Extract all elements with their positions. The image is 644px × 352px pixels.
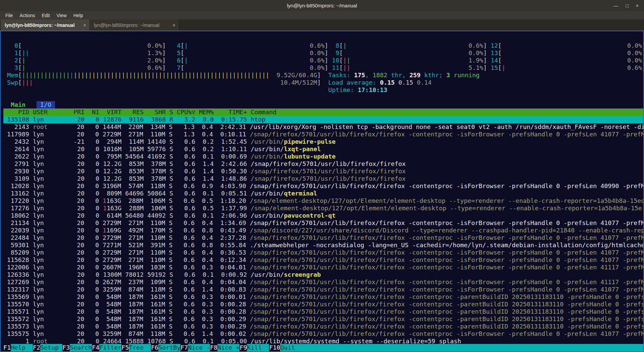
- meter-tick: |: [37, 72, 40, 79]
- process-row[interactable]: 126336lyn2001300M7801259192S0.60.10:00.9…: [3, 271, 643, 278]
- meter-tick: |: [22, 64, 25, 72]
- col-header-user[interactable]: USER: [29, 108, 70, 116]
- fkey-label-f6[interactable]: SortBy: [158, 344, 180, 351]
- maximize-button[interactable]: □: [626, 3, 628, 8]
- fkey-label-f5[interactable]: Tree: [129, 344, 151, 351]
- cell-pid: 132317: [3, 286, 29, 293]
- screen-tab-io[interactable]: I/O: [37, 101, 55, 108]
- col-header-time[interactable]: TIME+: [214, 108, 247, 116]
- process-row[interactable]: 115628lyn2002729M271M110MS0.60.40:12.34/…: [3, 256, 643, 264]
- col-header-command[interactable]: Command: [247, 108, 643, 116]
- meter-tick: |: [262, 72, 266, 79]
- cell-shr: 161M: [143, 308, 165, 315]
- fkey-f9[interactable]: F9: [239, 344, 247, 351]
- titlebar[interactable]: lyn@lyn-b850mprors: ~/manual — □ ×: [0, 0, 644, 11]
- process-row[interactable]: 17220lyn2001163G288M106MS0.60.51:18.20/s…: [3, 197, 643, 205]
- process-row[interactable]: 135571lyn200548M187M161MS0.60.30:00.28/s…: [3, 308, 643, 315]
- process-row[interactable]: 85209lyn2002729M271M110MS0.60.40:36.53/s…: [3, 249, 643, 256]
- fkey-label-f8[interactable]: Nice +: [217, 344, 239, 351]
- menu-item-view[interactable]: View: [53, 13, 70, 18]
- cell-cpu: 3.2: [173, 116, 195, 123]
- cpu-line-1: 0[0.0%]4[|0.6%]8[|0.6%]12[0.0%]: [3, 42, 643, 49]
- process-row[interactable]: 135573lyn200548M187M161MS0.60.30:00.29/s…: [3, 323, 643, 330]
- process-row[interactable]: 59301lyn2007271M521M391MS0.60.80:55.84./…: [3, 241, 643, 249]
- col-header-cpu[interactable]: CPU%▽: [173, 108, 195, 116]
- bracket: ]: [642, 49, 644, 57]
- tab-close-icon[interactable]: ×: [172, 22, 175, 28]
- fkey-label-f10[interactable]: Quit: [280, 344, 302, 351]
- fkey-label-f2[interactable]: Setup: [40, 344, 62, 351]
- col-header-pid[interactable]: PID: [3, 108, 29, 116]
- close-button[interactable]: ×: [636, 3, 639, 8]
- fkey-f3[interactable]: F3: [62, 344, 70, 351]
- process-row[interactable]: 135569lyn200548M187M161MS0.60.30:00.01/s…: [3, 293, 643, 301]
- col-header-shr[interactable]: SHR: [144, 108, 166, 116]
- fkey-f4[interactable]: F4: [92, 344, 99, 351]
- cell-ni: 0: [84, 219, 99, 227]
- process-row[interactable]: 21134lyn2002729M271M110MS0.60.41:34.69/s…: [3, 219, 643, 227]
- process-row[interactable]: 117989lyn2002729M271M110MS1.30.40:10.11/…: [3, 131, 643, 138]
- cell-pid: 85209: [3, 249, 29, 256]
- menu-item-edit[interactable]: Edit: [38, 13, 53, 18]
- process-row[interactable]: 22484lyn2002729M271M110MS0.60.42:37.28/s…: [3, 234, 643, 241]
- col-header-mem[interactable]: MEM%: [195, 108, 214, 116]
- screen-tab-main[interactable]: Main: [11, 101, 25, 108]
- fkey-label-f4[interactable]: Filter: [99, 344, 121, 351]
- process-row[interactable]: 135108lyn2001287691163868R3.20.00:15.75h…: [3, 116, 643, 123]
- col-header-state[interactable]: S: [166, 108, 173, 116]
- terminal-tab[interactable]: lyn@lyn-b850mprors: ~/manual×: [1, 19, 90, 31]
- process-row[interactable]: 2930lyn20012.2G853M378MS0.61.40:50.30/sn…: [3, 168, 643, 175]
- cpu-label: 10: [328, 57, 339, 64]
- cell-user: lyn: [29, 271, 70, 278]
- process-row[interactable]: 135572lyn200548M187M161MS0.60.30:00.29/s…: [3, 315, 643, 323]
- fkey-label-f7[interactable]: Nice -: [188, 344, 210, 351]
- fkey-f8[interactable]: F8: [210, 344, 217, 351]
- col-header-pri[interactable]: PRI: [70, 108, 85, 116]
- fkey-label-f1[interactable]: Help: [11, 344, 33, 351]
- fkey-f2[interactable]: F2: [33, 344, 40, 351]
- process-row[interactable]: 127269lyn2002627M237M109MS0.60.40:04.04/…: [3, 278, 643, 286]
- cpu-line-4: 3[|0.6%]7[0.0%]11[||5.1%]15[|0.6%]: [3, 64, 643, 72]
- cell-time: 1:18.20: [213, 197, 246, 205]
- process-row[interactable]: 2614lyn2001016M105M59776S0.60.21:10.11/u…: [3, 145, 643, 153]
- process-row[interactable]: 17276lyn2001163G288M106MS0.60.51:37.99/s…: [3, 205, 643, 212]
- fkey-f6[interactable]: F6: [151, 344, 158, 351]
- fkey-f1[interactable]: F1: [3, 344, 11, 351]
- process-row[interactable]: 132317lyn2003259M874M118MS0.61.40:00.83/…: [3, 286, 643, 293]
- menu-item-actions[interactable]: Actions: [16, 13, 39, 18]
- process-row[interactable]: 2622lyn200795M5456441692S0.60.10:00.69/u…: [3, 153, 643, 160]
- col-header-virt[interactable]: VIRT: [99, 108, 121, 116]
- fkey-label-f3[interactable]: Search: [70, 344, 92, 351]
- minimize-button[interactable]: —: [613, 3, 618, 8]
- process-row[interactable]: 2143root2001444M220M134MS1.30.42:42.31/u…: [3, 123, 643, 131]
- fkey-label-f9[interactable]: Kill: [247, 344, 269, 351]
- process-row[interactable]: 18062lyn200614M5648044092S0.60.12:06.96/…: [3, 212, 643, 219]
- process-row[interactable]: 13162lyn200809M6469650864S0.60.10:05.51/…: [3, 190, 643, 197]
- process-row[interactable]: 2432lyn-210294M114M14140S0.60.21:52.45/u…: [3, 138, 643, 145]
- terminal-tab[interactable]: lyn@lyn-b850mprors: ~/manual×: [90, 19, 179, 31]
- process-row[interactable]: 12028lyn2003196M574M118MS0.60.94:03.90/s…: [3, 182, 643, 190]
- cell-pri: 20: [69, 123, 84, 131]
- col-header-res[interactable]: RES: [121, 108, 144, 116]
- cell-shr: 161M: [143, 315, 165, 323]
- fkey-f7[interactable]: F7: [180, 344, 188, 351]
- fkey-f10[interactable]: F10: [269, 344, 280, 351]
- process-row[interactable]: 135570lyn200548M187M161MS0.60.30:00.28/s…: [3, 301, 643, 308]
- tab-close-icon[interactable]: ×: [83, 22, 86, 28]
- process-row[interactable]: 135575lyn2003259M874M118MS0.61.40:00.02/…: [3, 330, 643, 338]
- cell-command: /usr/bin/pipewire-pulse: [247, 138, 643, 145]
- cell-user: lyn: [29, 160, 70, 168]
- process-row[interactable]: 3109lyn20012.2G853M378MS0.61.41:48.86/sn…: [3, 175, 643, 182]
- process-row[interactable]: 2791lyn20012.2G853M378MS0.61.42:42.66/sn…: [3, 160, 643, 168]
- process-row[interactable]: 122006lyn2002607M196M103MS0.60.30:04.01/…: [3, 264, 643, 271]
- terminal[interactable]: 0[0.0%]4[|0.6%]8[|0.6%]12[0.0%] 1[||1.3%…: [0, 31, 644, 352]
- cell-user: lyn: [29, 278, 70, 286]
- col-header-ni[interactable]: NI: [85, 108, 99, 116]
- cell-time: 0:36.53: [213, 249, 246, 256]
- cell-pri: 20: [70, 168, 85, 175]
- menu-item-file[interactable]: File: [2, 13, 16, 18]
- fkey-f5[interactable]: F5: [121, 344, 129, 351]
- menu-item-help[interactable]: Help: [70, 13, 87, 18]
- process-row[interactable]: 22039lyn2001169G492M170MS0.60.80:43.49/s…: [3, 227, 643, 234]
- cell-pri: 20: [70, 271, 85, 278]
